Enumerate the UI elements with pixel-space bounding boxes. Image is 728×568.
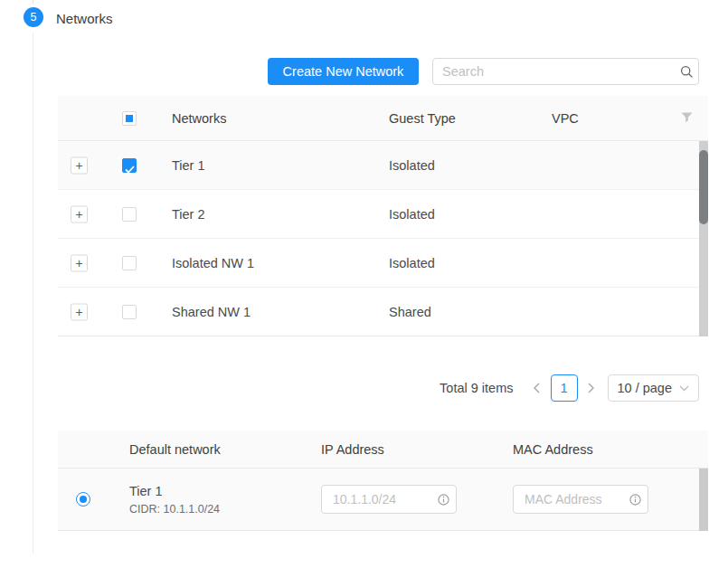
default-network-radio[interactable] [76, 492, 90, 506]
filter-icon[interactable] [681, 111, 693, 126]
network-name: Isolated NW 1 [172, 256, 254, 270]
step-connector-top [33, 0, 33, 4]
column-header-networks: Networks [172, 111, 226, 126]
network-name: Tier 2 [172, 207, 205, 222]
mac-address-field [513, 485, 648, 514]
ip-address-input[interactable] [322, 492, 430, 506]
row-checkbox[interactable] [122, 158, 137, 173]
table-row: + Isolated NW 1 Isolated [58, 239, 699, 288]
mac-address-input[interactable] [514, 492, 622, 506]
networks-step-panel: 5 Networks Create New Network Networks G… [0, 0, 728, 568]
guest-type: Isolated [389, 207, 435, 222]
info-icon[interactable] [622, 494, 648, 506]
table-row: + Tier 2 Isolated [58, 190, 699, 239]
default-network-cidr: CIDR: 10.1.1.0/24 [129, 503, 220, 516]
pagination-total: Total 9 items [440, 381, 513, 395]
step-number: 5 [31, 11, 37, 24]
expand-row-button[interactable]: + [71, 205, 88, 222]
network-name: Shared NW 1 [172, 305, 251, 319]
network-name: Tier 1 [172, 158, 205, 173]
search-input[interactable] [433, 64, 675, 79]
default-network-name: Tier 1 [129, 484, 220, 498]
chevron-down-icon [679, 385, 689, 392]
networks-table-header: Networks Guest Type VPC [58, 96, 708, 141]
table-row: + Tier 1 Isolated [58, 141, 699, 190]
page-size-select[interactable]: 10 / page [608, 374, 699, 402]
info-icon[interactable] [430, 494, 456, 506]
row-checkbox[interactable] [122, 305, 137, 319]
guest-type: Isolated [389, 256, 435, 270]
guest-type: Shared [389, 305, 431, 319]
vertical-scrollbar-thumb[interactable] [699, 150, 708, 224]
default-network-table-header: Default network IP Address MAC Address [58, 431, 708, 469]
table-row: + Shared NW 1 Shared [58, 288, 699, 336]
step-number-badge: 5 [24, 7, 43, 27]
ip-address-field [321, 485, 457, 514]
column-header-default-network: Default network [129, 442, 221, 457]
previous-page-icon[interactable] [528, 374, 546, 402]
page-size-value: 10 / page [618, 381, 672, 395]
column-header-guest-type: Guest Type [389, 111, 456, 126]
step-title: Networks [56, 11, 113, 26]
expand-row-button[interactable]: + [71, 254, 88, 271]
next-page-icon[interactable] [582, 374, 600, 402]
row-checkbox[interactable] [122, 207, 137, 222]
search-icon[interactable] [675, 65, 698, 79]
column-header-mac-address: MAC Address [513, 442, 593, 457]
default-network-table: Default network IP Address MAC Address T… [58, 431, 708, 531]
step-connector-line [33, 33, 33, 554]
check-icon [125, 162, 135, 176]
networks-table: Networks Guest Type VPC + Tier 1 Isolate… [58, 96, 708, 336]
vertical-scrollbar-track[interactable] [699, 141, 708, 336]
indeterminate-icon [126, 115, 133, 122]
expand-row-button[interactable]: + [71, 156, 88, 174]
vertical-scrollbar-track[interactable] [699, 469, 708, 531]
radio-dot-icon [80, 496, 87, 503]
column-header-vpc: VPC [552, 111, 579, 126]
search-box [432, 58, 699, 85]
table-row: Tier 1 CIDR: 10.1.1.0/24 [58, 469, 699, 531]
expand-row-button[interactable]: + [71, 303, 88, 320]
guest-type: Isolated [389, 158, 435, 173]
pagination: Total 9 items 1 10 / page [440, 374, 699, 402]
row-checkbox[interactable] [122, 256, 137, 270]
column-header-ip-address: IP Address [321, 442, 384, 457]
select-all-checkbox[interactable] [122, 111, 137, 126]
create-new-network-button[interactable]: Create New Network [268, 58, 419, 85]
page-number-button[interactable]: 1 [551, 374, 578, 402]
